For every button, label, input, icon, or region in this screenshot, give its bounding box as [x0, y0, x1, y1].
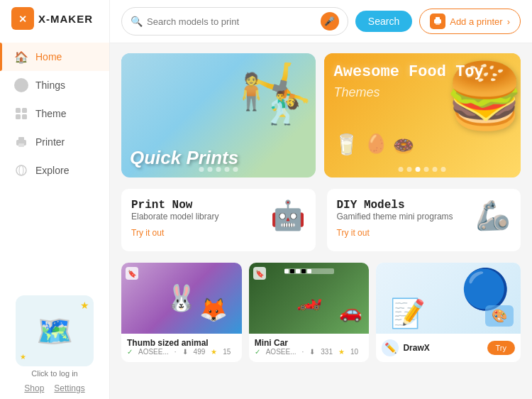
svg-point-9 — [16, 165, 26, 175]
drawx-try-button[interactable]: Try — [487, 341, 515, 355]
card-title-animal: Thumb sized animal — [127, 338, 231, 348]
dot-r6 — [441, 167, 446, 172]
star-icon-car: ★ — [338, 348, 345, 356]
model-card-drawx[interactable]: 🔵 📝 🎨 ✏️ DrawX Try — [376, 263, 521, 362]
model-cards-row: 🔖 🐰 🦊 Thumb sized animal ✓ AOSEE... · ⬇ … — [121, 263, 521, 362]
banner-dots-right — [399, 167, 446, 172]
add-printer-button[interactable]: Add a printer › — [419, 9, 521, 34]
svg-rect-5 — [22, 114, 27, 119]
model-card-thumb-animal[interactable]: 🔖 🐰 🦊 Thumb sized animal ✓ AOSEE... · ⬇ … — [121, 263, 242, 362]
diy-desc: Gamified theme mini programs — [337, 212, 453, 222]
stars-animal: 15 — [223, 348, 231, 356]
card-info-animal: Thumb sized animal ✓ AOSEE... · ⬇ 499 ★ … — [121, 334, 242, 360]
svg-rect-2 — [16, 108, 21, 113]
star-decoration-2: ★ — [20, 353, 26, 361]
verified-icon-car: ✓ — [255, 348, 260, 356]
card-thumb-car: 🔖 🏎️ 🚗 — [249, 263, 370, 334]
quick-prints-banner[interactable]: 🤸 🧍 🕺 Quick Prints — [121, 53, 316, 177]
sidebar-item-printer[interactable]: Printer — [0, 128, 109, 156]
printer-icon-box — [430, 13, 445, 29]
banners-row: 🤸 🧍 🕺 Quick Prints 🍔 🥛 🥚 — [121, 53, 521, 177]
card-title-car: Mini Car — [255, 338, 358, 348]
printer-icon — [14, 135, 28, 149]
drawx-thumb: 🔵 📝 🎨 — [376, 263, 521, 334]
diy-image: 🦾 — [475, 199, 511, 232]
sections-row: Print Now Elaborate model library Try it… — [121, 189, 521, 251]
svg-rect-8 — [18, 143, 24, 147]
search-button[interactable]: Search — [355, 11, 412, 32]
sidebar-item-theme[interactable]: Theme — [0, 99, 109, 128]
click-to-login[interactable]: Click to log in — [31, 369, 77, 378]
dot-r2 — [407, 167, 412, 172]
downloads-icon: ⬇ — [182, 348, 188, 356]
corner-icon-animal: 🔖 — [126, 267, 138, 280]
avatar[interactable]: 🗺️ ★ ★ — [16, 295, 94, 366]
card-thumb-animal: 🔖 🐰 🦊 — [121, 263, 242, 334]
dot-r5 — [433, 167, 438, 172]
user-area: 🗺️ ★ ★ Click to log in Shop Settings — [0, 295, 109, 399]
settings-link[interactable]: Settings — [54, 383, 84, 393]
dot-r3 — [416, 167, 421, 172]
dot-r1 — [399, 167, 404, 172]
logo-icon: ✕ — [11, 7, 34, 30]
downloads-car: 331 — [321, 348, 333, 356]
shop-link[interactable]: Shop — [24, 383, 44, 393]
print-now-desc: Elaborate model library — [131, 212, 218, 222]
star-decoration-1: ★ — [80, 300, 89, 311]
separator1: · — [174, 348, 177, 356]
app-name: X-MAKER — [38, 13, 93, 25]
drawx-title: DrawX — [403, 343, 429, 353]
card-stats-car: ✓ AOSEE... · ⬇ 331 ★ 10 — [255, 348, 358, 356]
home-icon: 🏠 — [14, 50, 28, 64]
quick-prints-title: Quick Prints — [130, 147, 238, 169]
sidebar-label-home: Home — [35, 51, 62, 62]
header: 🔍 🎤 Search Add a printer › — [110, 0, 532, 43]
search-bar: 🔍 🎤 — [121, 7, 348, 35]
bottom-links: Shop Settings — [24, 383, 84, 393]
sidebar-label-things: Things — [35, 80, 65, 91]
print-now-try-link[interactable]: Try it out — [131, 228, 164, 238]
avatar-scene: 🗺️ — [36, 314, 73, 349]
content-area: 🤸 🧍 🕺 Quick Prints 🍔 🥛 🥚 — [110, 43, 532, 399]
drawx-avatar: ✏️ — [382, 339, 399, 356]
svg-rect-7 — [18, 137, 24, 141]
stars-car: 10 — [350, 348, 358, 356]
logo: ✕ X-MAKER — [0, 7, 93, 30]
sidebar-label-printer: Printer — [35, 136, 65, 148]
theme-icon — [14, 106, 28, 121]
star-icon: ★ — [211, 348, 217, 356]
drawx-info: ✏️ DrawX — [382, 339, 429, 356]
things-icon — [14, 78, 28, 92]
search-icon: 🔍 — [131, 16, 143, 27]
downloads-animal: 499 — [194, 348, 206, 356]
chevron-right-icon: › — [507, 16, 510, 27]
card-info-car: Mini Car ✓ AOSEE... · ⬇ 331 ★ 10 — [249, 334, 370, 360]
svg-point-10 — [19, 165, 23, 175]
explore-icon — [14, 163, 28, 177]
model-card-mini-car[interactable]: 🔖 🏎️ 🚗 Mini C — [249, 263, 370, 362]
diy-try-link[interactable]: Try it out — [337, 228, 370, 238]
sidebar-item-home[interactable]: 🏠 Home — [0, 43, 109, 71]
svg-rect-3 — [22, 108, 27, 113]
sidebar: ✕ X-MAKER 🏠 Home Things Theme Printer Ex… — [0, 0, 110, 399]
downloads-icon-car: ⬇ — [309, 348, 315, 356]
sidebar-label-theme: Theme — [35, 108, 67, 119]
verified-icon: ✓ — [127, 348, 133, 356]
mic-button[interactable]: 🎤 — [321, 12, 339, 31]
diy-title: DIY Models — [337, 199, 453, 212]
search-input[interactable] — [147, 16, 316, 27]
card-stats-animal: ✓ AOSEE... · ⬇ 499 ★ 15 — [127, 348, 231, 356]
svg-rect-12 — [436, 17, 440, 20]
print-now-title: Print Now — [131, 199, 218, 212]
sidebar-item-explore[interactable]: Explore — [0, 156, 109, 185]
svg-text:✕: ✕ — [18, 13, 27, 25]
badge-car: AOSEE... — [266, 348, 297, 356]
diy-models-section: DIY Models Gamified theme mini programs … — [327, 189, 521, 251]
food-toy-banner[interactable]: 🍔 🥛 🥚 🍩 Awesome Food Toy Themes — [324, 53, 521, 177]
drawx-bottom: ✏️ DrawX Try — [376, 334, 521, 362]
svg-rect-4 — [16, 114, 21, 119]
section-header-diy: DIY Models Gamified theme mini programs … — [337, 199, 511, 239]
food-toy-subtitle: Themes — [334, 85, 511, 100]
sidebar-item-things[interactable]: Things — [0, 71, 109, 99]
separator2: · — [301, 348, 304, 356]
